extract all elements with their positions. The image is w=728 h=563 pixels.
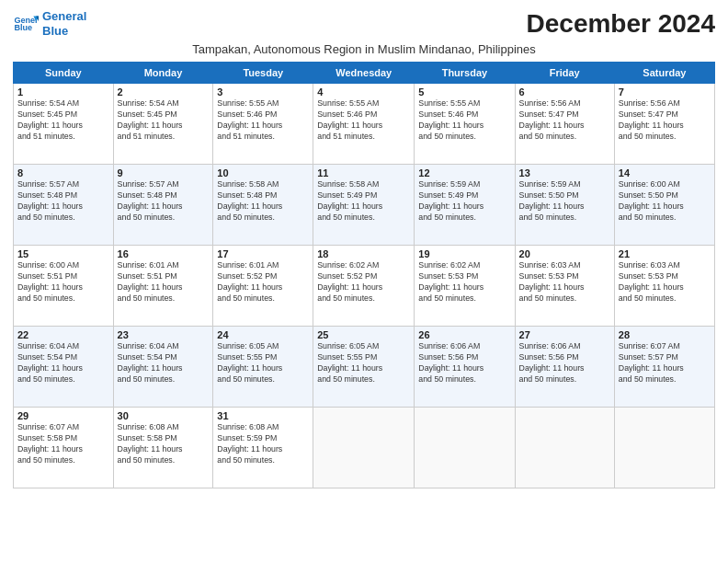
col-friday: Friday: [515, 63, 614, 84]
day-number: 16: [118, 248, 210, 259]
day-number: 29: [17, 410, 109, 421]
calendar-cell-w5-d2: 31Sunrise: 6:08 AM Sunset: 5:59 PM Dayli…: [213, 408, 313, 488]
calendar-cell-w1-d0: 1Sunrise: 5:54 AM Sunset: 5:45 PM Daylig…: [14, 84, 114, 165]
calendar-cell-w4-d4: 26Sunrise: 6:06 AM Sunset: 5:56 PM Dayli…: [415, 327, 515, 408]
calendar-cell-w1-d5: 6Sunrise: 5:56 AM Sunset: 5:47 PM Daylig…: [515, 84, 614, 165]
calendar-cell-w1-d6: 7Sunrise: 5:56 AM Sunset: 5:47 PM Daylig…: [614, 84, 714, 165]
calendar-cell-w4-d3: 25Sunrise: 6:05 AM Sunset: 5:55 PM Dayli…: [313, 327, 415, 408]
day-detail: Sunrise: 5:57 AM Sunset: 5:48 PM Dayligh…: [118, 179, 210, 224]
day-detail: Sunrise: 5:55 AM Sunset: 5:46 PM Dayligh…: [317, 98, 410, 143]
calendar-cell-w1-d2: 3Sunrise: 5:55 AM Sunset: 5:46 PM Daylig…: [213, 84, 313, 165]
main-title: December 2024: [527, 9, 715, 39]
calendar-cell-w3-d5: 20Sunrise: 6:03 AM Sunset: 5:53 PM Dayli…: [515, 246, 614, 327]
day-detail: Sunrise: 6:01 AM Sunset: 5:51 PM Dayligh…: [118, 260, 210, 304]
day-number: 18: [317, 248, 410, 259]
calendar-cell-w4-d1: 23Sunrise: 6:04 AM Sunset: 5:54 PM Dayli…: [113, 327, 213, 408]
day-number: 30: [118, 410, 210, 421]
calendar-cell-w2-d0: 8Sunrise: 5:57 AM Sunset: 5:48 PM Daylig…: [14, 165, 114, 246]
calendar-cell-w3-d3: 18Sunrise: 6:02 AM Sunset: 5:52 PM Dayli…: [313, 246, 415, 327]
day-number: 19: [418, 248, 510, 259]
col-thursday: Thursday: [415, 63, 515, 84]
day-number: 2: [118, 86, 210, 98]
calendar-cell-w2-d2: 10Sunrise: 5:58 AM Sunset: 5:48 PM Dayli…: [213, 165, 313, 246]
day-detail: Sunrise: 5:58 AM Sunset: 5:48 PM Dayligh…: [217, 179, 309, 224]
day-detail: Sunrise: 5:59 AM Sunset: 5:50 PM Dayligh…: [519, 179, 610, 224]
calendar-cell-w2-d4: 12Sunrise: 5:59 AM Sunset: 5:49 PM Dayli…: [415, 165, 515, 246]
calendar-cell-w3-d4: 19Sunrise: 6:02 AM Sunset: 5:53 PM Dayli…: [415, 246, 515, 327]
day-number: 7: [619, 86, 711, 98]
col-saturday: Saturday: [614, 63, 714, 84]
calendar-header-row: Sunday Monday Tuesday Wednesday Thursday…: [14, 63, 715, 84]
day-number: 31: [217, 410, 309, 421]
calendar-cell-w5-d6: [614, 408, 714, 488]
col-wednesday: Wednesday: [313, 63, 415, 84]
page: General Blue GeneralBlue December 2024 T…: [0, 0, 728, 563]
calendar-cell-w4-d5: 27Sunrise: 6:06 AM Sunset: 5:56 PM Dayli…: [515, 327, 614, 408]
day-detail: Sunrise: 5:59 AM Sunset: 5:49 PM Dayligh…: [418, 179, 510, 224]
calendar-cell-w3-d0: 15Sunrise: 6:00 AM Sunset: 5:51 PM Dayli…: [14, 246, 114, 327]
day-detail: Sunrise: 5:57 AM Sunset: 5:48 PM Dayligh…: [17, 179, 109, 224]
col-tuesday: Tuesday: [213, 63, 313, 84]
day-number: 20: [519, 248, 610, 259]
day-number: 6: [519, 86, 610, 98]
day-number: 10: [217, 167, 309, 178]
calendar: Sunday Monday Tuesday Wednesday Thursday…: [13, 62, 715, 488]
day-detail: Sunrise: 6:00 AM Sunset: 5:50 PM Dayligh…: [619, 179, 711, 224]
calendar-cell-w3-d2: 17Sunrise: 6:01 AM Sunset: 5:52 PM Dayli…: [213, 246, 313, 327]
day-detail: Sunrise: 5:58 AM Sunset: 5:49 PM Dayligh…: [317, 179, 410, 224]
col-monday: Monday: [113, 63, 213, 84]
day-number: 1: [17, 86, 109, 98]
day-detail: Sunrise: 5:56 AM Sunset: 5:47 PM Dayligh…: [619, 98, 711, 143]
day-number: 23: [118, 329, 210, 340]
day-detail: Sunrise: 6:05 AM Sunset: 5:55 PM Dayligh…: [217, 341, 309, 385]
day-number: 13: [519, 167, 610, 178]
calendar-cell-w4-d6: 28Sunrise: 6:07 AM Sunset: 5:57 PM Dayli…: [614, 327, 714, 408]
calendar-cell-w4-d2: 24Sunrise: 6:05 AM Sunset: 5:55 PM Dayli…: [213, 327, 313, 408]
day-detail: Sunrise: 6:07 AM Sunset: 5:58 PM Dayligh…: [17, 422, 109, 466]
day-number: 24: [217, 329, 309, 340]
day-number: 5: [418, 86, 510, 98]
calendar-cell-w2-d5: 13Sunrise: 5:59 AM Sunset: 5:50 PM Dayli…: [515, 165, 614, 246]
col-sunday: Sunday: [14, 63, 114, 84]
day-detail: Sunrise: 6:02 AM Sunset: 5:52 PM Dayligh…: [317, 260, 410, 304]
day-detail: Sunrise: 5:55 AM Sunset: 5:46 PM Dayligh…: [217, 98, 309, 143]
header: General Blue GeneralBlue December 2024: [13, 9, 715, 39]
day-number: 28: [619, 329, 711, 340]
calendar-cell-w2-d1: 9Sunrise: 5:57 AM Sunset: 5:48 PM Daylig…: [113, 165, 213, 246]
day-detail: Sunrise: 6:05 AM Sunset: 5:55 PM Dayligh…: [317, 341, 410, 385]
calendar-cell-w1-d3: 4Sunrise: 5:55 AM Sunset: 5:46 PM Daylig…: [313, 84, 415, 165]
week-row-5: 29Sunrise: 6:07 AM Sunset: 5:58 PM Dayli…: [14, 408, 715, 488]
day-detail: Sunrise: 6:06 AM Sunset: 5:56 PM Dayligh…: [519, 341, 610, 385]
week-row-4: 22Sunrise: 6:04 AM Sunset: 5:54 PM Dayli…: [14, 327, 715, 408]
calendar-cell-w5-d4: [415, 408, 515, 488]
day-detail: Sunrise: 6:06 AM Sunset: 5:56 PM Dayligh…: [418, 341, 510, 385]
calendar-cell-w1-d4: 5Sunrise: 5:55 AM Sunset: 5:46 PM Daylig…: [415, 84, 515, 165]
calendar-cell-w2-d6: 14Sunrise: 6:00 AM Sunset: 5:50 PM Dayli…: [614, 165, 714, 246]
day-detail: Sunrise: 5:55 AM Sunset: 5:46 PM Dayligh…: [418, 98, 510, 143]
subtitle: Tampakan, Autonomous Region in Muslim Mi…: [13, 42, 715, 56]
day-detail: Sunrise: 5:54 AM Sunset: 5:45 PM Dayligh…: [118, 98, 210, 143]
day-number: 3: [217, 86, 309, 98]
day-number: 4: [317, 86, 410, 98]
day-number: 27: [519, 329, 610, 340]
calendar-cell-w1-d1: 2Sunrise: 5:54 AM Sunset: 5:45 PM Daylig…: [113, 84, 213, 165]
calendar-cell-w5-d3: [313, 408, 415, 488]
day-number: 12: [418, 167, 510, 178]
svg-text:Blue: Blue: [14, 23, 32, 32]
day-number: 11: [317, 167, 410, 178]
logo-text: GeneralBlue: [42, 9, 86, 38]
week-row-2: 8Sunrise: 5:57 AM Sunset: 5:48 PM Daylig…: [14, 165, 715, 246]
day-detail: Sunrise: 6:02 AM Sunset: 5:53 PM Dayligh…: [418, 260, 510, 304]
week-row-1: 1Sunrise: 5:54 AM Sunset: 5:45 PM Daylig…: [14, 84, 715, 165]
logo-icon: General Blue: [13, 11, 39, 37]
day-number: 17: [217, 248, 309, 259]
day-detail: Sunrise: 6:04 AM Sunset: 5:54 PM Dayligh…: [118, 341, 210, 385]
day-detail: Sunrise: 5:56 AM Sunset: 5:47 PM Dayligh…: [519, 98, 610, 143]
day-number: 22: [17, 329, 109, 340]
day-number: 15: [17, 248, 109, 259]
day-detail: Sunrise: 6:08 AM Sunset: 5:59 PM Dayligh…: [217, 422, 309, 466]
day-detail: Sunrise: 6:01 AM Sunset: 5:52 PM Dayligh…: [217, 260, 309, 304]
day-number: 21: [619, 248, 711, 259]
calendar-cell-w5-d0: 29Sunrise: 6:07 AM Sunset: 5:58 PM Dayli…: [14, 408, 114, 488]
title-area: December 2024: [527, 9, 715, 39]
